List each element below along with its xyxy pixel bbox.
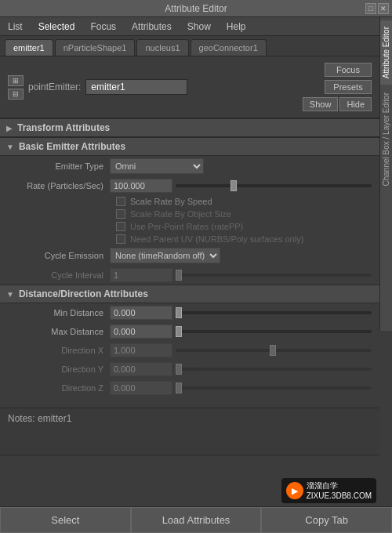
min-distance-value: [110, 306, 372, 320]
direction-y-label: Direction Y: [8, 364, 110, 374]
min-distance-slider-container: [176, 311, 372, 314]
scale-rate-speed-label: Scale Rate By Speed: [130, 197, 212, 206]
tabs-bar: emitter1 nParticleShape1 nucleus1 geoCon…: [0, 36, 392, 56]
max-distance-thumb[interactable]: [176, 326, 182, 337]
hide-button[interactable]: Hide: [339, 97, 372, 111]
basic-emitter-title: Basic Emitter Attributes: [19, 141, 125, 152]
max-distance-value: [110, 325, 372, 339]
rate-slider-thumb[interactable]: [230, 180, 237, 191]
direction-y-input[interactable]: [110, 362, 172, 376]
right-panel-tabs: Attribute Editor Channel Box / Layer Edi…: [379, 17, 392, 331]
notes-value: emitter1: [38, 413, 71, 424]
select-button[interactable]: Select: [0, 507, 131, 533]
min-distance-label: Min Distance: [8, 308, 110, 317]
watermark-text: 溜溜自学 ZIXUE.3DB8.COM: [307, 480, 372, 501]
emitter-type-label: Emitter Type: [8, 161, 110, 171]
menu-help[interactable]: Help: [223, 20, 249, 34]
direction-x-slider-container: [176, 349, 372, 352]
point-emitter-label: pointEmitter:: [28, 82, 81, 92]
need-parent-uv-row: Need Parent UV (NURBS/Poly surfaces only…: [0, 233, 379, 245]
load-attributes-button[interactable]: Load Attributes: [131, 507, 262, 533]
notes-static-label: Notes:: [8, 413, 38, 424]
cycle-interval-value: [110, 268, 372, 282]
right-tab-channel-box[interactable]: Channel Box / Layer Editor: [380, 86, 392, 193]
header-icons: ⊞ ⊟: [8, 75, 24, 100]
tab-emitter1[interactable]: emitter1: [5, 39, 53, 56]
emitter-name-input[interactable]: [85, 79, 187, 95]
watermark: ▶ 溜溜自学 ZIXUE.3DB8.COM: [281, 478, 376, 503]
presets-button[interactable]: Presets: [325, 80, 372, 94]
direction-z-thumb[interactable]: [176, 383, 182, 393]
use-per-point-label: Use Per-Point Rates (ratePP): [130, 222, 243, 231]
min-distance-row: Min Distance: [0, 303, 379, 322]
cycle-interval-label: Cycle Interval: [8, 270, 110, 280]
section-basic-emitter[interactable]: ▼ Basic Emitter Attributes: [0, 137, 379, 156]
emitter-type-select[interactable]: Omni Directional Surface Curve Volume: [110, 158, 204, 174]
need-parent-uv-checkbox[interactable]: [116, 234, 125, 244]
direction-x-input[interactable]: [110, 343, 172, 357]
rate-input[interactable]: [110, 179, 172, 193]
max-distance-row: Max Distance: [0, 322, 379, 341]
close-button[interactable]: ✕: [378, 3, 389, 14]
section-transform-attributes[interactable]: ▶ Transform Attributes: [0, 118, 379, 137]
cycle-interval-row: Cycle Interval: [0, 266, 379, 285]
direction-z-input[interactable]: [110, 381, 172, 395]
tab-nparticleshape1[interactable]: nParticleShape1: [55, 39, 136, 56]
direction-y-thumb[interactable]: [176, 364, 182, 375]
max-distance-input[interactable]: [110, 325, 172, 339]
use-per-point-checkbox[interactable]: [116, 222, 125, 231]
cycle-interval-slider[interactable]: [176, 274, 372, 277]
bottom-bar: Select Load Attributes Copy Tab: [0, 506, 392, 533]
icon-btn-1[interactable]: ⊞: [8, 75, 24, 86]
copy-tab-button[interactable]: Copy Tab: [261, 507, 392, 533]
cycle-interval-thumb[interactable]: [176, 270, 182, 281]
min-distance-input[interactable]: [110, 306, 172, 320]
transform-title: Transform Attributes: [17, 122, 110, 133]
direction-x-label: Direction X: [8, 346, 110, 355]
emitter-type-row: Emitter Type Omni Directional Surface Cu…: [0, 156, 379, 176]
distance-direction-arrow: ▼: [6, 290, 14, 299]
cycle-emission-select[interactable]: None (timeRandom off) Frame TimeRandom: [110, 248, 220, 263]
tab-nucleus1[interactable]: nucleus1: [136, 39, 188, 56]
direction-x-thumb[interactable]: [270, 345, 276, 356]
right-tab-attribute-editor[interactable]: Attribute Editor: [380, 20, 392, 85]
menu-bar: List Selected Focus Attributes Show Help: [0, 17, 392, 36]
menu-selected[interactable]: Selected: [35, 20, 78, 34]
maximize-button[interactable]: □: [365, 3, 376, 14]
scale-rate-speed-checkbox[interactable]: [116, 197, 125, 206]
window-controls: □ ✕: [365, 3, 389, 14]
rate-label: Rate (Particles/Sec): [8, 181, 110, 190]
need-parent-uv-label: Need Parent UV (NURBS/Poly surfaces only…: [130, 234, 303, 244]
menu-focus[interactable]: Focus: [87, 20, 119, 34]
direction-x-row: Direction X: [0, 341, 379, 360]
min-distance-thumb[interactable]: [176, 307, 182, 318]
max-distance-slider[interactable]: [176, 330, 372, 333]
cycle-emission-label: Cycle Emission: [8, 251, 110, 260]
cycle-interval-input[interactable]: [110, 268, 172, 282]
focus-button[interactable]: Focus: [325, 63, 372, 77]
distance-direction-title: Distance/Direction Attributes: [19, 288, 148, 299]
direction-y-value: [110, 362, 372, 376]
direction-x-slider[interactable]: [176, 349, 372, 352]
transform-arrow: ▶: [6, 124, 13, 132]
direction-y-row: Direction Y: [0, 360, 379, 379]
cycle-emission-value: None (timeRandom off) Frame TimeRandom: [110, 248, 372, 263]
direction-z-slider[interactable]: [176, 386, 372, 390]
cycle-interval-slider-container: [176, 274, 372, 277]
tab-geoconnector1[interactable]: geoConnector1: [191, 39, 267, 56]
direction-y-slider[interactable]: [176, 368, 372, 371]
icon-btn-2[interactable]: ⊟: [8, 89, 24, 100]
menu-attributes[interactable]: Attributes: [129, 20, 175, 34]
max-distance-slider-container: [176, 330, 372, 333]
show-button[interactable]: Show: [303, 97, 339, 111]
menu-show[interactable]: Show: [184, 20, 214, 34]
scale-rate-obj-checkbox[interactable]: [116, 209, 125, 219]
min-distance-slider[interactable]: [176, 311, 372, 314]
menu-list[interactable]: List: [5, 20, 26, 34]
rate-slider[interactable]: [176, 184, 372, 187]
attributes-area[interactable]: ▶ Transform Attributes ▼ Basic Emitter A…: [0, 118, 379, 408]
rate-value: [110, 179, 372, 193]
window-title: Attribute Editor: [165, 3, 227, 14]
section-distance-direction[interactable]: ▼ Distance/Direction Attributes: [0, 285, 379, 303]
scale-rate-speed-row: Scale Rate By Speed: [0, 195, 379, 208]
